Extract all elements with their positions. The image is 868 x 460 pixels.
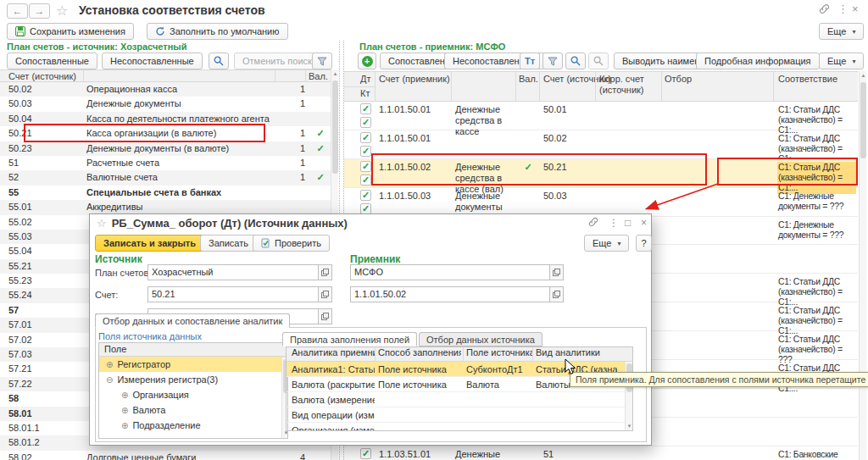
source-cancel-search-button[interactable]: Отменить поиск: [234, 53, 320, 69]
source-unmatched-button[interactable]: Несопоставленные: [102, 53, 203, 69]
fill-default-button[interactable]: Заполнить по умолчанию: [147, 23, 288, 40]
scroll-up-icon[interactable]: ▲: [860, 71, 867, 80]
tree-column-header[interactable]: Поле: [99, 343, 287, 357]
target-table-row[interactable]: ✓ ✓ 1.1.01.50.02 Денежные средства в кас…: [344, 159, 858, 188]
source-table-row[interactable]: 50.03 Денежные документы 1: [0, 97, 331, 111]
source-account-input[interactable]: 50.21: [147, 286, 319, 302]
source-table-row[interactable]: 55 Специальные счета в банках: [0, 186, 331, 200]
menu-kebab-icon[interactable]: ⋮: [609, 217, 619, 229]
dt-checkbox[interactable]: ✓: [360, 103, 371, 114]
expander-icon[interactable]: ⊕: [121, 391, 128, 400]
source-filter-button[interactable]: [312, 53, 332, 69]
fill-method-column-header[interactable]: Способ заполнения: [378, 347, 461, 361]
source-table-row[interactable]: 50.04 Касса по деятельности платежного а…: [0, 112, 331, 126]
link-icon[interactable]: [588, 217, 598, 227]
source-matched-button[interactable]: Сопоставленные: [7, 53, 97, 69]
kt-checkbox[interactable]: ✓: [360, 117, 371, 128]
rules-table-row[interactable]: Валюта (измерение): [287, 392, 632, 407]
expander-icon[interactable]: ⊕: [121, 406, 128, 415]
add-button[interactable]: +: [358, 53, 376, 69]
source-account-choose-button[interactable]: [319, 286, 332, 302]
tree-item[interactable]: ⊕Подразделение: [99, 418, 287, 433]
close-icon[interactable]: ×: [641, 217, 647, 229]
target-table-row[interactable]: ✓ 1.1.03.51.01 Денежные средства 51 С1: …: [344, 446, 858, 460]
currency-column-header[interactable]: Вал.: [519, 74, 538, 84]
expander-icon[interactable]: ⊕: [121, 421, 128, 430]
forward-button[interactable]: →: [29, 3, 50, 19]
corr-account-column-header[interactable]: Корр. счет (источник): [599, 74, 659, 96]
dt-checkbox[interactable]: ✓: [360, 448, 371, 459]
dialog-more-button[interactable]: Еще▾: [584, 235, 629, 252]
rules-table-row[interactable]: Вид операции (измерение): [287, 407, 632, 423]
tree-item[interactable]: ⊖Измерения регистра(3): [99, 372, 287, 387]
favorite-star-icon[interactable]: ☆: [56, 3, 68, 19]
source-table-row[interactable]: 50.02 Операционная касса 1: [0, 82, 331, 97]
target-table-row[interactable]: ✓ ✓ 1.1.01.50.03 Денежные документы 50.0…: [344, 188, 858, 217]
target-cancel-search-button[interactable]: [588, 53, 609, 69]
source-table-row[interactable]: 55.01 Аккредитивы: [0, 200, 331, 214]
favorite-star-icon[interactable]: ☆: [97, 217, 107, 230]
rules-table-row[interactable]: Организация (измерение): [287, 423, 632, 431]
dt-checkbox[interactable]: ✓: [360, 190, 371, 201]
kt-checkbox[interactable]: ✓: [360, 203, 371, 214]
tab-source-selection[interactable]: Отбор данных источника: [419, 332, 542, 346]
source-table-row[interactable]: 52 Валютные счета 1 ✓: [0, 170, 331, 185]
maximize-icon[interactable]: □: [625, 217, 631, 229]
link-icon[interactable]: [819, 3, 830, 14]
save-changes-button[interactable]: Сохранить изменения: [7, 23, 134, 40]
source-currency-column-header[interactable]: Вал.: [309, 71, 328, 81]
dt-checkbox[interactable]: ✓: [360, 161, 371, 172]
tree-item-label: Валюта: [132, 405, 165, 415]
main-more-button[interactable]: Еще▾: [819, 23, 864, 40]
target-account-input[interactable]: 1.1.01.50.02: [350, 286, 550, 302]
target-filter-button[interactable]: [542, 53, 563, 69]
close-icon[interactable]: ×: [852, 3, 859, 15]
source-field-column-header[interactable]: Поле источника: [466, 347, 532, 361]
kt-checkbox[interactable]: ✓: [360, 146, 371, 157]
save-and-close-button[interactable]: Записать и закрыть: [95, 235, 204, 252]
target-table-row[interactable]: ✓ ✓ 1.1.01.50.01 50.02 С1: Статьи ДДС (к…: [344, 130, 858, 159]
scroll-up-icon[interactable]: ▲: [331, 69, 339, 79]
expander-icon[interactable]: ⊕: [106, 360, 113, 369]
tab-fill-rules[interactable]: Правила заполнения полей: [282, 332, 417, 346]
corr-account-choose-button[interactable]: [319, 308, 332, 324]
selection-column-header[interactable]: Отбор: [665, 74, 692, 84]
mapping-count-cell: [276, 112, 305, 126]
tree-item[interactable]: ⊕Организация: [99, 387, 287, 402]
details-button[interactable]: Подробная информация: [696, 53, 820, 69]
source-search-button[interactable]: [209, 53, 229, 69]
target-plan-input[interactable]: МСФО: [350, 264, 550, 280]
target-table-scrollbar[interactable]: ▲: [859, 71, 866, 460]
target-plan-choose-button[interactable]: [550, 264, 564, 280]
kt-checkbox[interactable]: ✓: [360, 175, 371, 186]
source-account-column-header[interactable]: Счет (источник): [8, 71, 76, 81]
kt-column-header[interactable]: Кт: [360, 88, 370, 98]
target-account-column-header[interactable]: Счет (приемник): [379, 74, 450, 84]
target-account-choose-button[interactable]: [550, 286, 564, 302]
tree-item[interactable]: ⊕Регистратор: [99, 357, 287, 372]
expander-icon[interactable]: ⊖: [106, 375, 113, 385]
help-button[interactable]: ?: [636, 235, 652, 252]
source-table-row[interactable]: 58.02 Долговые ценные бумаги 4: [0, 451, 331, 460]
back-button[interactable]: ←: [7, 3, 28, 19]
dt-checkbox[interactable]: ✓: [360, 132, 371, 143]
menu-kebab-icon[interactable]: ⋮: [837, 3, 849, 15]
tree-item[interactable]: ⊕Валюта: [99, 402, 287, 418]
target-analytics-column-header[interactable]: Аналитика приемника: [292, 347, 375, 361]
dt-column-header[interactable]: Дт: [360, 74, 371, 84]
analytics-type-column-header[interactable]: Вид аналитики: [536, 347, 617, 361]
sort-button[interactable]: Тт: [520, 53, 540, 69]
source-table-row[interactable]: 50.23 Денежные документы (в валюте) 1 ✓: [0, 141, 331, 156]
target-more-button[interactable]: Еще▾: [819, 53, 864, 69]
source-table-row[interactable]: 51 Расчетные счета 1: [0, 156, 331, 170]
save-button[interactable]: Записать: [200, 235, 257, 252]
mapping-column-header[interactable]: Соответствие: [778, 74, 837, 84]
scroll-down-icon[interactable]: ▼: [626, 422, 633, 431]
check-button[interactable]: Проверить: [253, 235, 330, 252]
source-plan-choose-button[interactable]: [319, 264, 332, 280]
target-table-row[interactable]: ✓ ✓ 1.1.01.50.01 Денежные средства в кас…: [344, 102, 858, 130]
source-table-row[interactable]: 50.21 Касса организации (в валюте) 1 ✓: [0, 126, 331, 141]
tab-data-selection-analytics[interactable]: Отбор данных и сопоставление аналитик: [95, 313, 290, 328]
target-search-button[interactable]: [565, 53, 586, 69]
source-plan-input[interactable]: Хозрасчетный: [147, 264, 319, 280]
